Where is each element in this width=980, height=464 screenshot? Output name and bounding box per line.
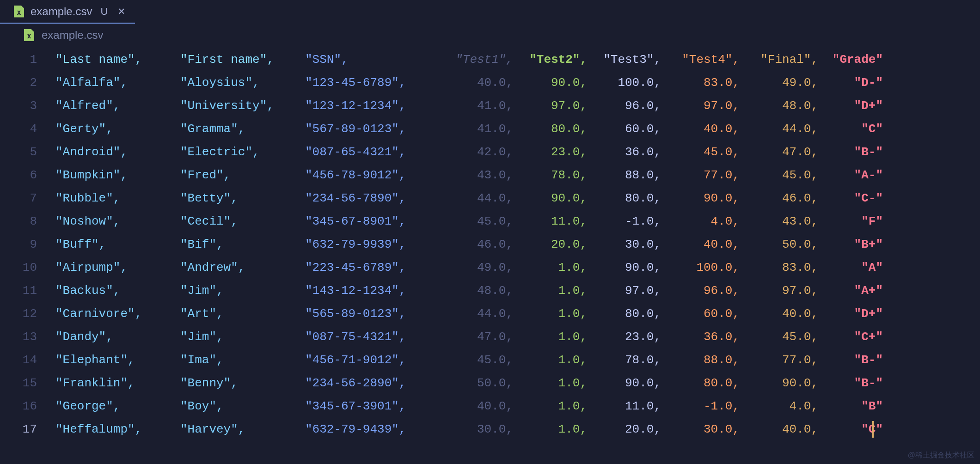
cell-test2: 90.0, (513, 71, 587, 94)
cell-grade: "C-" (818, 187, 883, 210)
cell-test2: 23.0, (513, 140, 587, 164)
cell-grade: "C" (818, 418, 883, 441)
cell-first-name: "Ima", (180, 348, 305, 372)
cell-test1: 30.0, (439, 418, 513, 441)
cell-test3: 97.0, (587, 279, 661, 302)
cell-test1: 40.0, (439, 395, 513, 418)
line-number: 11 (0, 279, 55, 302)
cell-ssn: "345-67-3901", (305, 395, 439, 418)
line-number: 8 (0, 210, 55, 233)
cell-test1: 44.0, (439, 302, 513, 325)
cell-first-name: "Electric", (180, 140, 305, 164)
cell-test1: 42.0, (439, 140, 513, 164)
cell-first-name: "Harvey", (180, 418, 305, 441)
cell-last-name: "Buff", (55, 233, 180, 256)
cell-final: 90.0, (740, 372, 818, 395)
cell-ssn: "234-56-7890", (305, 187, 439, 210)
cell-test2: 1.0, (513, 325, 587, 348)
cell-ssn: "143-12-1234", (305, 279, 439, 302)
cell-final: 47.0, (740, 140, 818, 164)
text-cursor (872, 421, 874, 438)
cell-test1: 40.0, (439, 71, 513, 94)
csv-data-row: "Gerty","Gramma","567-89-0123",41.0,80.0… (55, 117, 980, 140)
cell-test2: 97.0, (513, 94, 587, 117)
cell-final: 83.0, (740, 256, 818, 279)
cell-final: 4.0, (740, 395, 818, 418)
watermark: @稀土掘金技术社区 (908, 451, 974, 460)
editor-area[interactable]: 1234567891011121314151617 "Last name","F… (0, 46, 980, 441)
cell-last-name: "Elephant", (55, 348, 180, 372)
file-tab[interactable]: example.csv U × (0, 0, 135, 24)
cell-grade: "F" (818, 210, 883, 233)
cell-test3: -1.0, (587, 210, 661, 233)
col-grade: "Grade" (818, 48, 883, 71)
cell-grade: "B-" (818, 348, 883, 372)
cell-last-name: "Alfred", (55, 94, 180, 117)
col-test4: "Test4", (661, 48, 740, 71)
csv-data-row: "Android","Electric","087-65-4321",42.0,… (55, 140, 980, 164)
cell-test1: 44.0, (439, 187, 513, 210)
csv-data-row: "Carnivore","Art","565-89-0123",44.0,1.0… (55, 302, 980, 325)
csv-data-row: "Alfalfa","Aloysius","123-45-6789",40.0,… (55, 71, 980, 94)
cell-test3: 60.0, (587, 117, 661, 140)
line-number: 14 (0, 348, 55, 372)
cell-final: 45.0, (740, 325, 818, 348)
cell-first-name: "Fred", (180, 164, 305, 187)
cell-grade: "A" (818, 256, 883, 279)
cell-grade: "C+" (818, 325, 883, 348)
line-number: 12 (0, 302, 55, 325)
cell-test4: 77.0, (661, 164, 740, 187)
cell-final: 97.0, (740, 279, 818, 302)
cell-test2: 1.0, (513, 418, 587, 441)
cell-first-name: "Jim", (180, 279, 305, 302)
cell-grade: "D-" (818, 71, 883, 94)
cell-test2: 1.0, (513, 348, 587, 372)
csv-file-icon (24, 29, 34, 41)
cell-last-name: "Franklin", (55, 372, 180, 395)
cell-test3: 80.0, (587, 187, 661, 210)
cell-final: 48.0, (740, 94, 818, 117)
close-icon[interactable]: × (118, 4, 125, 18)
cell-test1: 47.0, (439, 325, 513, 348)
cell-ssn: "632-79-9939", (305, 233, 439, 256)
cell-test4: 88.0, (661, 348, 740, 372)
cell-last-name: "George", (55, 395, 180, 418)
code-content[interactable]: "Last name","First name","SSN","Test1","… (55, 48, 980, 441)
csv-data-row: "Dandy","Jim","087-75-4321",47.0,1.0,23.… (55, 325, 980, 348)
cell-last-name: "Backus", (55, 279, 180, 302)
cell-last-name: "Heffalump", (55, 418, 180, 441)
cell-first-name: "Cecil", (180, 210, 305, 233)
cell-test1: 41.0, (439, 117, 513, 140)
cell-last-name: "Noshow", (55, 210, 180, 233)
cell-test3: 78.0, (587, 348, 661, 372)
cell-ssn: "565-89-0123", (305, 302, 439, 325)
cell-test4: -1.0, (661, 395, 740, 418)
cell-grade: "A-" (818, 164, 883, 187)
line-number: 5 (0, 140, 55, 164)
csv-data-row: "Buff","Bif","632-79-9939",46.0,20.0,30.… (55, 233, 980, 256)
cell-ssn: "456-71-9012", (305, 348, 439, 372)
cell-grade: "B+" (818, 233, 883, 256)
col-test2: "Test2", (513, 48, 587, 71)
cell-final: 44.0, (740, 117, 818, 140)
cell-final: 77.0, (740, 348, 818, 372)
cell-test1: 46.0, (439, 233, 513, 256)
csv-data-row: "Backus","Jim","143-12-1234",48.0,1.0,97… (55, 279, 980, 302)
cell-last-name: "Rubble", (55, 187, 180, 210)
cell-test3: 100.0, (587, 71, 661, 94)
breadcrumb[interactable]: example.csv (0, 24, 980, 46)
cell-first-name: "Jim", (180, 325, 305, 348)
cell-test4: 80.0, (661, 372, 740, 395)
cell-ssn: "345-67-8901", (305, 210, 439, 233)
cell-test2: 80.0, (513, 117, 587, 140)
csv-file-icon (14, 6, 24, 18)
cell-grade: "B-" (818, 372, 883, 395)
cell-first-name: "Boy", (180, 395, 305, 418)
line-number: 15 (0, 372, 55, 395)
cell-test4: 4.0, (661, 210, 740, 233)
cell-final: 45.0, (740, 164, 818, 187)
line-number: 13 (0, 325, 55, 348)
cell-first-name: "University", (180, 94, 305, 117)
cell-test3: 96.0, (587, 94, 661, 117)
cell-test2: 78.0, (513, 164, 587, 187)
